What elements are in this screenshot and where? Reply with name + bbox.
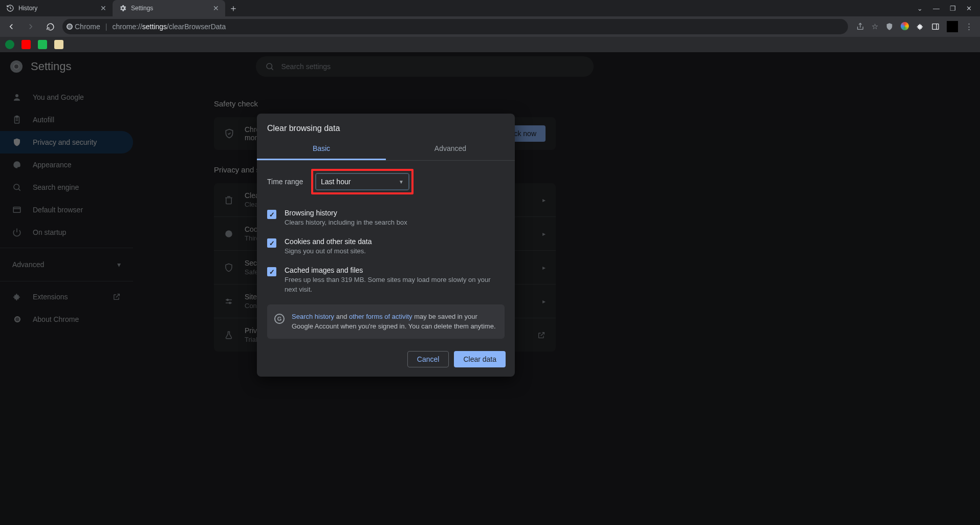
- share-icon[interactable]: [856, 23, 864, 31]
- browser-tab-history[interactable]: History ✕: [0, 0, 113, 16]
- google-g-icon: G: [274, 314, 285, 324]
- option-sub: Clears history, including in the search …: [285, 218, 407, 227]
- option-title: Cached images and files: [285, 266, 505, 274]
- tab-title: Settings: [131, 5, 153, 12]
- option-title: Cookies and other site data: [285, 237, 372, 246]
- info-text: Search history and other forms of activi…: [292, 312, 497, 332]
- extension-shield-icon[interactable]: [885, 23, 894, 31]
- window-controls: ⌄ ― ❐ ✕: [917, 5, 980, 12]
- svg-rect-1: [932, 24, 939, 30]
- star-icon[interactable]: ☆: [872, 22, 878, 31]
- gear-icon: [119, 4, 127, 12]
- bookmark-icon[interactable]: [21, 40, 31, 49]
- bookmark-icon[interactable]: [5, 40, 14, 49]
- clear-browsing-data-dialog: Clear browsing data Basic Advanced Time …: [257, 114, 515, 377]
- url-prefix: Chrome: [75, 23, 100, 31]
- history-icon: [6, 4, 14, 12]
- time-range-highlight: Last hour ▼: [311, 169, 413, 194]
- extension-circle-icon[interactable]: [901, 22, 909, 32]
- close-icon[interactable]: ✕: [100, 4, 106, 12]
- forward-button[interactable]: [24, 19, 38, 34]
- option-sub: Frees up less than 319 MB. Some sites ma…: [285, 275, 505, 294]
- settings-content: Settings Search settings You and Google …: [0, 52, 980, 525]
- toolbar-right: ☆ ⋮: [853, 21, 976, 32]
- bookmark-icon[interactable]: [38, 40, 47, 49]
- menu-icon[interactable]: ⋮: [965, 22, 973, 31]
- clear-data-button[interactable]: Clear data: [454, 351, 506, 367]
- extensions-icon[interactable]: [916, 23, 924, 31]
- option-cached: ✓ Cached images and filesFrees up less t…: [267, 261, 505, 299]
- option-sub: Signs you out of most sites.: [285, 247, 372, 256]
- cancel-button[interactable]: Cancel: [407, 351, 449, 367]
- time-range-select[interactable]: Last hour ▼: [315, 173, 409, 190]
- dropdown-caret-icon: ▼: [399, 179, 404, 185]
- new-tab-button[interactable]: ＋: [225, 0, 242, 16]
- address-bar[interactable]: Chrome | chrome://settings/clearBrowserD…: [62, 19, 848, 34]
- tab-advanced[interactable]: Advanced: [386, 138, 515, 160]
- close-window-icon[interactable]: ✕: [966, 5, 972, 12]
- toolbar: Chrome | chrome://settings/clearBrowserD…: [0, 16, 980, 37]
- other-activity-link[interactable]: other forms of activity: [349, 313, 412, 320]
- google-activity-info: G Search history and other forms of acti…: [267, 304, 505, 339]
- bookmarks-bar: [0, 37, 980, 52]
- tab-basic[interactable]: Basic: [257, 138, 386, 160]
- time-range-value: Last hour: [321, 178, 351, 186]
- window-titlebar: History ✕ Settings ✕ ＋ ⌄ ― ❐ ✕: [0, 0, 980, 16]
- tab-title: History: [18, 5, 37, 12]
- dialog-tabs: Basic Advanced: [257, 138, 515, 161]
- maximize-icon[interactable]: ❐: [950, 5, 956, 12]
- search-history-link[interactable]: Search history: [292, 313, 334, 320]
- checkbox-cookies[interactable]: ✓: [267, 238, 276, 248]
- checkbox-browsing-history[interactable]: ✓: [267, 210, 276, 219]
- bookmark-icon[interactable]: [54, 40, 63, 49]
- option-cookies: ✓ Cookies and other site dataSigns you o…: [267, 232, 505, 261]
- tab-strip: History ✕ Settings ✕ ＋: [0, 0, 242, 16]
- time-range-label: Time range: [267, 178, 306, 186]
- sidepanel-icon[interactable]: [931, 23, 940, 31]
- option-browsing-history: ✓ Browsing historyClears history, includ…: [267, 204, 505, 232]
- tab-search-icon[interactable]: ⌄: [917, 5, 923, 12]
- minimize-icon[interactable]: ―: [933, 5, 940, 12]
- back-button[interactable]: [4, 19, 18, 34]
- profile-avatar[interactable]: [947, 21, 958, 32]
- dialog-body: Time range Last hour ▼ ✓ Browsing histor…: [257, 161, 515, 344]
- dialog-footer: Cancel Clear data: [257, 344, 515, 377]
- browser-tab-settings[interactable]: Settings ✕: [113, 0, 225, 16]
- checkbox-cached[interactable]: ✓: [267, 267, 276, 276]
- reload-button[interactable]: [43, 19, 57, 34]
- option-title: Browsing history: [285, 209, 407, 217]
- url-text: chrome://settings/clearBrowserData: [112, 23, 226, 31]
- close-icon[interactable]: ✕: [213, 4, 219, 12]
- dialog-title: Clear browsing data: [257, 114, 515, 138]
